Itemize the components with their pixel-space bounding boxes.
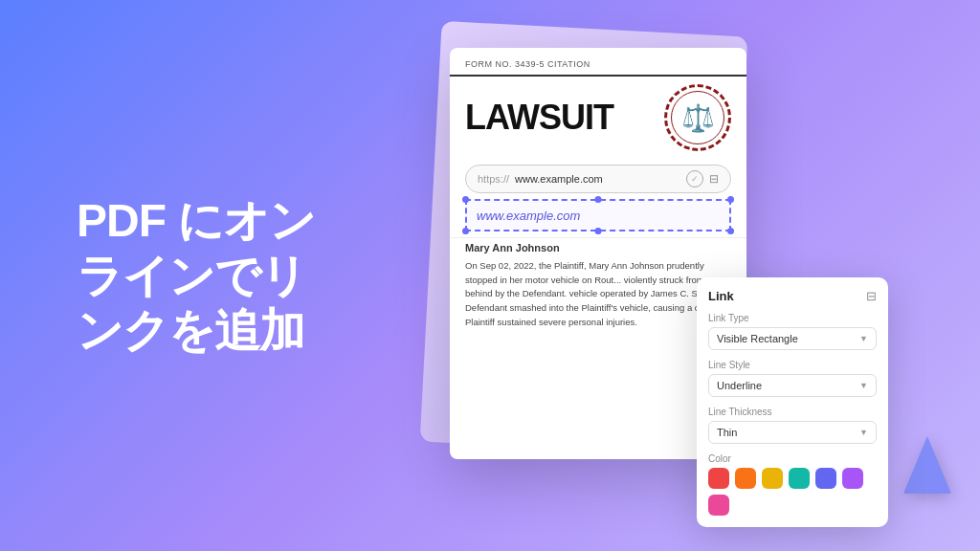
- panel-header: Link ⊟: [708, 289, 877, 303]
- form-number: FORM NO. 3439-5 CITATION: [465, 59, 731, 69]
- line-thickness-label: Line Thickness: [708, 407, 877, 417]
- line-style-arrow: ▼: [859, 381, 868, 390]
- link-type-label: Link Type: [708, 313, 877, 323]
- doc-title-row: LAWSUIT ⚖️: [450, 77, 746, 159]
- resize-handle-tr[interactable]: [727, 196, 734, 203]
- link-type-arrow: ▼: [859, 334, 868, 343]
- resize-handle-bc[interactable]: [595, 228, 602, 234]
- link-box-text: www.example.com: [477, 209, 580, 223]
- line-style-label: Line Style: [708, 360, 877, 370]
- hero-line3: ンクを追加: [77, 303, 315, 359]
- color-label: Color: [708, 453, 877, 464]
- url-value: www.example.com: [515, 173, 680, 185]
- color-swatch-yellow[interactable]: [762, 468, 783, 489]
- color-swatches: [708, 468, 877, 516]
- color-swatch-rainbow[interactable]: [708, 495, 729, 516]
- cone-shape: [903, 436, 951, 494]
- line-thickness-value: Thin: [717, 427, 737, 438]
- line-style-dropdown[interactable]: Underline ▼: [708, 374, 877, 397]
- resize-handle-tc[interactable]: [595, 196, 602, 203]
- doc-title: LAWSUIT: [465, 98, 613, 138]
- line-thickness-arrow: ▼: [859, 428, 868, 437]
- person-name: Mary Ann Johnson: [450, 237, 746, 255]
- resize-handle-br[interactable]: [727, 228, 734, 234]
- hero-line2: ラインでリ: [77, 248, 315, 303]
- resize-handle-tl[interactable]: [462, 196, 469, 203]
- court-stamp: ⚖️: [664, 84, 731, 151]
- url-check-icon: ✓: [686, 170, 703, 187]
- hero-line1: PDF にオン: [77, 193, 315, 249]
- color-swatch-orange[interactable]: [735, 468, 756, 489]
- color-swatch-teal[interactable]: [789, 468, 810, 489]
- doc-header: FORM NO. 3439-5 CITATION: [450, 48, 746, 77]
- hero-text: PDF にオン ラインでリ ンクを追加: [77, 193, 315, 359]
- resize-handle-bl[interactable]: [462, 228, 469, 234]
- panel-sliders-icon[interactable]: ⊟: [866, 289, 877, 303]
- link-type-value: Visible Rectangle: [717, 333, 798, 344]
- url-sliders-icon: ⊟: [709, 172, 719, 186]
- url-prefix: https://: [478, 173, 509, 185]
- panel-card: Link ⊟ Link Type Visible Rectangle ▼ Lin…: [697, 277, 888, 527]
- panel-title: Link: [708, 289, 734, 303]
- url-bar[interactable]: https:// www.example.com ✓ ⊟: [465, 165, 731, 193]
- line-thickness-dropdown[interactable]: Thin ▼: [708, 421, 877, 444]
- color-swatch-red[interactable]: [708, 468, 729, 489]
- link-box[interactable]: www.example.com: [465, 199, 731, 231]
- line-style-value: Underline: [717, 380, 762, 391]
- link-type-dropdown[interactable]: Visible Rectangle ▼: [708, 327, 877, 350]
- color-swatch-purple[interactable]: [842, 468, 863, 489]
- link-box-wrapper: www.example.com: [465, 199, 731, 231]
- cone-decoration: [903, 436, 951, 494]
- color-swatch-indigo[interactable]: [815, 468, 836, 489]
